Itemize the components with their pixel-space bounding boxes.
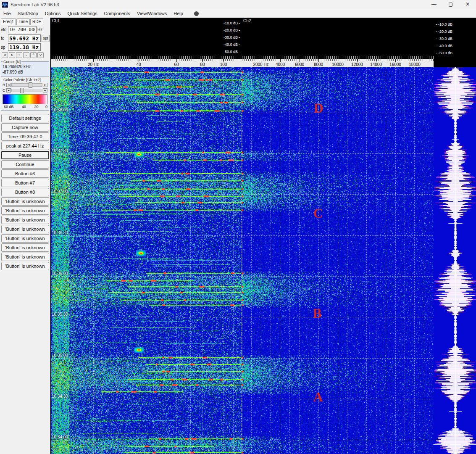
tab-rdf[interactable]: RDF [30, 18, 43, 25]
contrast-label: C [3, 88, 6, 92]
minimize-button[interactable]: — [426, 0, 442, 9]
sidebar-button-button-7-7[interactable]: Button #7 [1, 179, 49, 187]
db-tick-mark [239, 30, 240, 31]
vfo-label: vfo [1, 27, 7, 32]
ruler-tick [338, 59, 338, 62]
fc-label: fc [1, 36, 7, 41]
brightness-label: B [3, 83, 6, 87]
ruler-tick [395, 59, 396, 62]
ruler-tick-label: 6000 [295, 62, 304, 67]
db-tick-mark [239, 45, 240, 45]
sidebar-button-button-8-8[interactable]: Button #8 [1, 188, 49, 196]
frequency-ruler: 20 Hz4060801002000 Hz4000600080001000012… [51, 59, 434, 67]
fc-input[interactable] [8, 34, 41, 42]
tab-time[interactable]: Time [16, 18, 30, 25]
db-scale-label: -40.0 dB [435, 42, 452, 50]
ruler-tick [415, 59, 415, 62]
ch2-tick-comb [242, 56, 434, 59]
sidebar-button-button-is-unknown-9[interactable]: 'Button' is unknown [1, 197, 49, 206]
sidebar-button-button-is-unknown-16[interactable]: 'Button' is unknown [1, 262, 49, 270]
sidebar-button-default-settings-0[interactable]: Default settings [1, 114, 49, 122]
cursor-panel-title: Cursor [N] [3, 59, 21, 65]
menu-item-view-windows[interactable]: View/Windows [134, 9, 170, 18]
opt-button[interactable]: opt [42, 35, 50, 42]
record-indicator-icon [194, 11, 199, 16]
menu-item-options[interactable]: Options [42, 9, 64, 18]
ruler-tick [300, 59, 300, 62]
brightness-right-arrow-icon[interactable]: ► [43, 83, 47, 87]
annotation-letter-a: A [313, 389, 323, 405]
contrast-left-arrow-icon[interactable]: ◄ [6, 88, 11, 92]
palette-scale-60: -60 dB [3, 105, 14, 109]
nav-button-5[interactable]: v [37, 52, 44, 58]
sp-input[interactable] [8, 43, 41, 51]
brightness-slider[interactable] [11, 83, 42, 87]
sidebar-button-peak-at-227-44-hz-3[interactable]: peak at 227.44 Hz [1, 142, 49, 150]
db-scale-label: -30.0 dB [224, 34, 241, 41]
ruler-tick-label: 18000 [409, 62, 421, 67]
annotation-letter-b: B [313, 306, 321, 321]
contrast-slider[interactable] [11, 89, 42, 92]
nav-button-4[interactable]: ^ [30, 52, 37, 58]
db-tick-mark [239, 37, 240, 38]
waterfall-canvas[interactable] [51, 67, 434, 454]
sidebar-button-capture-now-1[interactable]: Capture now [1, 123, 49, 132]
db-scale-panel: -10.0 dB-20.0 dB-30.0 dB-40.0 dB-50.0 dB [434, 18, 476, 67]
db-scale-label: -50.0 dB [435, 50, 452, 57]
menu-item-components[interactable]: Components [101, 9, 134, 18]
nav-button-0[interactable]: < [2, 52, 8, 58]
db-tick-mark [436, 32, 437, 32]
db-scale-label: -50.0 dB [224, 48, 241, 55]
sp-label: sp [1, 45, 7, 50]
palette-panel-title: Color Palette [Ch 1+2] [3, 78, 42, 82]
brightness-left-arrow-icon[interactable]: ◄ [6, 83, 11, 87]
ch1-tick-comb [51, 56, 242, 59]
sidebar-button-continue-5[interactable]: Continue [1, 160, 49, 169]
nav-button-3[interactable]: - [23, 52, 29, 58]
db-tick-mark [239, 23, 240, 24]
annotation-letter-d: D [313, 100, 323, 116]
sidebar-button-button-is-unknown-13[interactable]: 'Button' is unknown [1, 234, 49, 243]
ruler-tick-label: 14000 [370, 62, 382, 67]
menu-item-start-stop[interactable]: Start/Stop [14, 9, 42, 18]
ruler-tick [176, 59, 177, 62]
sidebar-button-time-09-39-47-0-2[interactable]: Time: 09:39:47.0 [1, 132, 49, 141]
annotation-letter-c: C [313, 206, 323, 221]
ruler-tick [202, 59, 203, 62]
nav-button-2[interactable]: + [16, 52, 22, 58]
ruler-tick-label: 10000 [332, 62, 344, 67]
waterfall-time-label: 10.36.00 [52, 271, 68, 276]
waterfall-time-label: 10.35.30 [52, 312, 68, 317]
ruler-tick-label: 2000 Hz [253, 62, 268, 67]
menu-item-file[interactable]: File [0, 9, 14, 18]
db-scale-label: -30.0 dB [435, 35, 452, 42]
close-button[interactable]: ✕ [459, 0, 476, 9]
sidebar: Freq1 Time RDF vfo Hz fc opt sp <>+-^v C… [0, 18, 50, 454]
waterfall-time-label: 10.37.00 [52, 189, 68, 194]
menu-item-help[interactable]: Help [170, 9, 187, 18]
ruler-tick-label: 40 [136, 62, 141, 67]
contrast-right-arrow-icon[interactable]: ► [43, 88, 47, 92]
db-scale-label: -20.0 dB [224, 27, 241, 34]
maximize-button[interactable]: ▢ [442, 0, 459, 9]
sidebar-button-button-is-unknown-14[interactable]: 'Button' is unknown [1, 243, 49, 252]
waterfall-time-label: 10.38.00 [52, 108, 68, 112]
sidebar-button-button-is-unknown-10[interactable]: 'Button' is unknown [1, 206, 49, 215]
ruler-tick [139, 59, 139, 62]
sidebar-button-button-is-unknown-12[interactable]: 'Button' is unknown [1, 225, 49, 233]
nav-button-1[interactable]: > [9, 52, 15, 58]
sidebar-button-button-6-6[interactable]: Button #6 [1, 169, 49, 178]
waveform-canvas [434, 67, 476, 454]
vfo-input[interactable] [8, 26, 37, 33]
ch2-label: Ch2 [243, 18, 251, 23]
db-tick-mark [436, 46, 437, 46]
waterfall-time-label: 10.36.30 [52, 230, 68, 235]
ruler-tick [376, 59, 376, 62]
palette-scale-40: -40 [21, 105, 26, 109]
menu-item-quick-settings[interactable]: Quick Settings [64, 9, 101, 18]
sidebar-button-button-is-unknown-15[interactable]: 'Button' is unknown [1, 253, 49, 261]
tab-freq[interactable]: Freq1 [1, 18, 16, 25]
sidebar-button-pause-4[interactable]: Pause [1, 151, 49, 159]
cursor-readout-panel: Cursor [N] 19.269820 kHz -87.699 dB [1, 61, 49, 77]
sidebar-button-button-is-unknown-11[interactable]: 'Button' is unknown [1, 216, 49, 224]
